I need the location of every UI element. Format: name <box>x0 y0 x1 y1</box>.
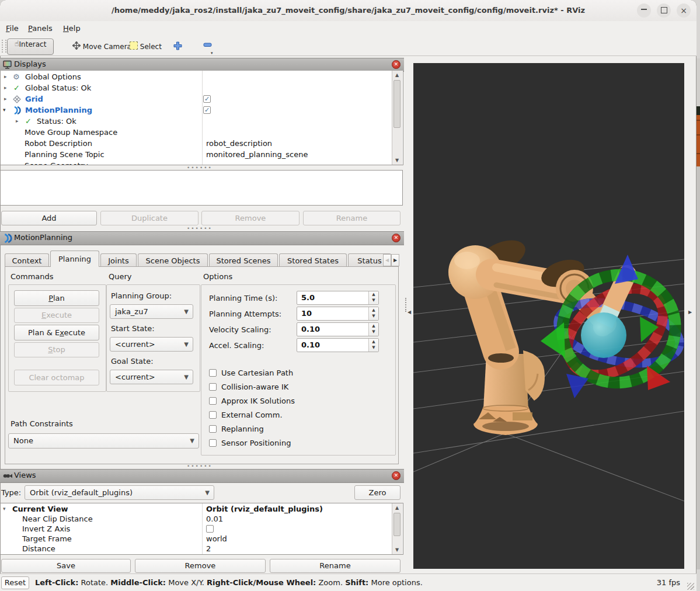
goal-state-select[interactable]: <current>▼ <box>110 370 193 384</box>
menu-help[interactable]: Help <box>60 23 84 34</box>
tree-row-invert-z[interactable]: Invert Z Axis <box>1 524 392 534</box>
scrollbar-up-icon[interactable]: ▲ <box>392 71 402 79</box>
monitor-icon <box>3 60 12 69</box>
planning-group-select[interactable]: jaka_zu7▼ <box>110 304 193 319</box>
select-tool-button[interactable]: Select <box>130 39 162 54</box>
background-window-sliver <box>696 0 700 591</box>
tree-row-robot-description[interactable]: Robot Description robot_description <box>1 138 392 149</box>
reset-button[interactable]: Reset <box>1 576 29 589</box>
views-scrollbar[interactable]: ▲ ▼ <box>392 503 402 554</box>
zero-button[interactable]: Zero <box>354 485 401 500</box>
marker-center-sphere[interactable] <box>581 312 626 358</box>
stop-button[interactable]: Stop <box>14 342 99 357</box>
maximize-icon <box>661 7 667 13</box>
tree-row-motionplanning[interactable]: ▾ MotionPlanning ✓ <box>1 105 392 116</box>
accel-scaling-input[interactable]: 0.10▲▼ <box>297 338 379 352</box>
tab-context[interactable]: Context <box>5 253 49 267</box>
add-display-button[interactable]: Add <box>1 211 97 225</box>
tab-joints[interactable]: Joints <box>100 253 137 267</box>
scrollbar-thumb[interactable] <box>393 513 401 536</box>
close-button[interactable]: × <box>677 4 691 18</box>
spin-up-icon: ▲ <box>369 323 378 329</box>
remove-tool-button[interactable]: ▾ <box>200 39 214 54</box>
tab-stored-scenes[interactable]: Stored Scenes <box>209 253 278 267</box>
views-tree[interactable]: ▾ Current View Orbit (rviz_default_plugi… <box>0 503 403 555</box>
splitter-handle[interactable] <box>405 298 406 312</box>
spinner-buttons[interactable]: ▲▼ <box>368 291 378 304</box>
planning-time-label: Planning Time (s): <box>209 294 277 303</box>
motionplanning-panel-header[interactable]: MotionPlanning ✕ <box>0 231 404 245</box>
plan-and-execute-button[interactable]: Plan & Execute <box>14 325 99 340</box>
minimize-button[interactable] <box>637 4 651 18</box>
tab-scroll-left-button[interactable]: ◀ <box>383 254 391 266</box>
expander-icon[interactable]: ▸ <box>4 93 7 105</box>
planning-time-input[interactable]: 5.0▲▼ <box>297 291 379 305</box>
start-state-select[interactable]: <current>▼ <box>110 337 193 352</box>
tree-row-global-options[interactable]: ▸ ⚙ Global Options <box>1 71 392 82</box>
expander-icon[interactable]: ▾ <box>3 504 6 514</box>
invert-z-checkbox[interactable] <box>206 525 214 533</box>
splitter-handle[interactable]: •••••• <box>187 225 213 231</box>
collapse-right-icon[interactable]: ▶ <box>688 310 692 315</box>
views-panel-header[interactable]: Views ✕ <box>0 469 404 483</box>
interact-tool-button[interactable]: ☝Interact <box>7 39 54 55</box>
tree-row-global-status[interactable]: ▸ ✓ Global Status: Ok <box>1 82 392 93</box>
save-view-button[interactable]: Save <box>1 559 131 573</box>
tree-row-grid[interactable]: ▸ Grid ✓ <box>1 93 392 105</box>
titlebar[interactable]: /home/meddy/jaka_ros2/install/jaka_zu7_m… <box>0 0 696 22</box>
rename-display-button[interactable]: Rename <box>303 211 401 225</box>
duplicate-display-button[interactable]: Duplicate <box>100 211 198 225</box>
add-tool-button[interactable] <box>171 39 184 54</box>
path-constraints-select[interactable]: None▼ <box>8 433 199 449</box>
toolbar-drag-handle[interactable] <box>2 40 6 53</box>
remove-view-button[interactable]: Remove <box>135 559 266 573</box>
motionplanning-close-button[interactable]: ✕ <box>392 234 401 242</box>
plan-button[interactable]: Plan <box>14 290 99 306</box>
move-camera-tool-button[interactable]: Move Camera <box>72 39 131 54</box>
tree-row-target-frame[interactable]: Target Frame world <box>1 534 392 544</box>
expander-icon[interactable]: ▸ <box>16 116 19 127</box>
expander-icon[interactable]: ▾ <box>3 105 6 116</box>
scrollbar-thumb[interactable] <box>393 80 401 128</box>
tab-scroll-right-button[interactable]: ▶ <box>391 254 399 266</box>
tab-stored-states[interactable]: Stored States <box>279 253 347 267</box>
viewport-background[interactable] <box>413 63 684 569</box>
spinner-buttons[interactable]: ▲▼ <box>368 339 378 352</box>
velocity-scaling-input[interactable]: 0.10▲▼ <box>297 322 379 336</box>
rename-view-button[interactable]: Rename <box>270 559 401 573</box>
views-close-button[interactable]: ✕ <box>392 471 401 480</box>
scrollbar-down-icon[interactable]: ▼ <box>392 156 402 165</box>
tree-row-near-clip[interactable]: Near Clip Distance 0.01 <box>1 514 392 524</box>
displays-panel-title: Displays <box>14 60 46 68</box>
displays-tree[interactable]: ▸ ⚙ Global Options ▸ ✓ Global Status: Ok… <box>0 71 403 165</box>
scrollbar-down-icon[interactable]: ▼ <box>392 545 402 554</box>
grid-enabled-checkbox[interactable]: ✓ <box>203 95 211 103</box>
execute-button[interactable]: Execute <box>14 308 99 323</box>
maximize-button[interactable] <box>657 4 671 18</box>
tree-row-move-group-namespace[interactable]: Move Group Namespace <box>1 127 392 138</box>
view-type-select[interactable]: Orbit (rviz_default_plugins)▼ <box>25 485 214 500</box>
motionplanning-enabled-checkbox[interactable]: ✓ <box>203 106 211 114</box>
spinner-buttons[interactable]: ▲▼ <box>368 323 378 336</box>
displays-panel-header[interactable]: Displays ✕ <box>0 58 404 72</box>
displays-scrollbar[interactable]: ▲ ▼ <box>392 71 402 165</box>
spinner-buttons[interactable]: ▲▼ <box>368 307 378 320</box>
remove-display-button[interactable]: Remove <box>201 211 299 225</box>
collapse-left-icon[interactable]: ◀ <box>408 310 411 315</box>
menu-panels[interactable]: Panels <box>25 23 56 34</box>
tree-row-planning-scene-topic[interactable]: Planning Scene Topic monitored_planning_… <box>1 149 392 160</box>
expander-icon[interactable]: ▸ <box>4 82 7 93</box>
expander-icon[interactable]: ▸ <box>4 71 7 82</box>
tab-planning[interactable]: Planning <box>50 251 99 267</box>
viewport-3d[interactable] <box>413 63 684 569</box>
tree-row-mp-status[interactable]: ▸ ✓ Status: Ok <box>1 116 392 127</box>
planning-attempts-input[interactable]: 10▲▼ <box>297 307 379 321</box>
tree-row-current-view[interactable]: ▾ Current View Orbit (rviz_default_plugi… <box>1 504 392 514</box>
clear-octomap-button[interactable]: Clear octomap <box>14 370 99 385</box>
tree-row-distance[interactable]: Distance 2 <box>1 544 392 554</box>
menu-file[interactable]: File <box>2 23 22 34</box>
scrollbar-up-icon[interactable]: ▲ <box>392 503 402 512</box>
tab-scene-objects[interactable]: Scene Objects <box>138 253 208 267</box>
resize-grip[interactable] <box>687 583 694 590</box>
displays-close-button[interactable]: ✕ <box>392 60 401 69</box>
